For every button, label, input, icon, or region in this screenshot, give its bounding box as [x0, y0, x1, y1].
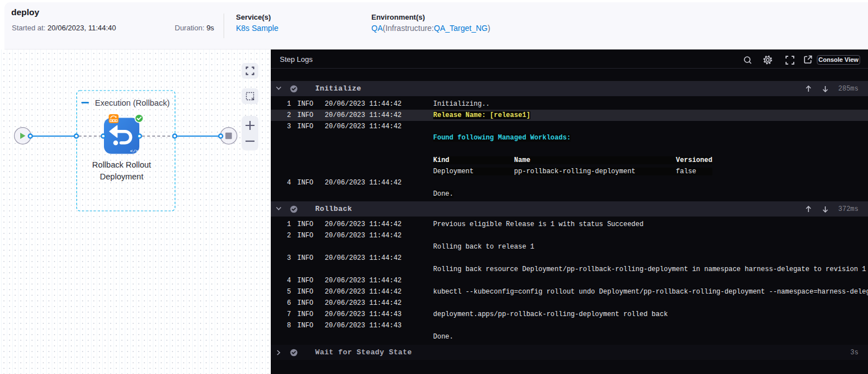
- svg-text:Deployment: Deployment: [100, 172, 143, 181]
- svg-text:Execution (Rollback): Execution (Rollback): [95, 98, 170, 107]
- svg-text:</>: </>: [130, 148, 139, 154]
- svg-text:Rollback Rollout: Rollback Rollout: [92, 160, 151, 169]
